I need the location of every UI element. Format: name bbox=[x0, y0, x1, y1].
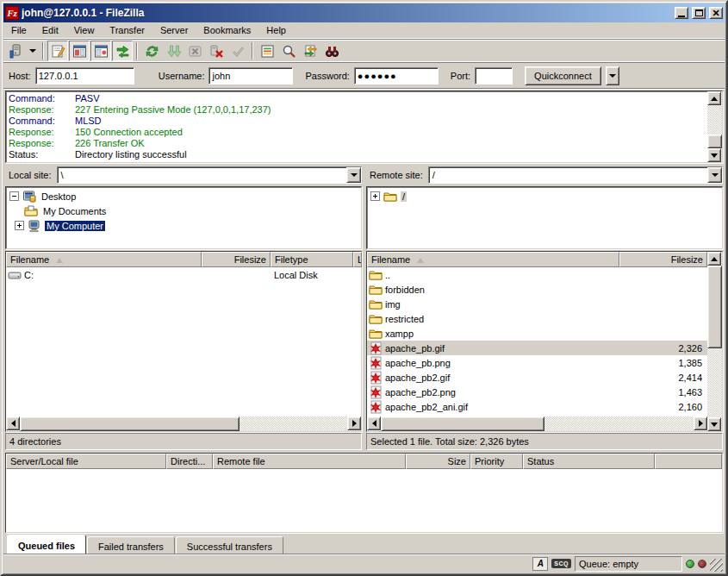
scroll-up-button[interactable] bbox=[707, 252, 721, 266]
toggle-remote-tree-button[interactable] bbox=[90, 41, 111, 61]
scrollbar-track[interactable] bbox=[240, 416, 347, 431]
password-input[interactable] bbox=[354, 67, 439, 85]
column-size[interactable]: Size bbox=[406, 454, 470, 469]
remote-site-path: / bbox=[429, 170, 707, 180]
refresh-button[interactable] bbox=[141, 41, 162, 61]
remote-list-vertical-scrollbar[interactable] bbox=[707, 252, 722, 431]
expand-icon[interactable] bbox=[370, 191, 380, 201]
tree-item-my-computer[interactable]: My Computer bbox=[8, 218, 361, 233]
reconnect-button[interactable] bbox=[227, 41, 248, 61]
scrollbar-thumb[interactable] bbox=[707, 135, 722, 148]
folder-icon bbox=[383, 190, 397, 203]
scrollbar-thumb[interactable] bbox=[20, 416, 240, 431]
menu-bookmarks[interactable]: Bookmarks bbox=[196, 23, 258, 37]
quickconnect-dropdown[interactable] bbox=[606, 66, 619, 85]
column-priority[interactable]: Priority bbox=[470, 454, 523, 469]
tree-item-desktop[interactable]: Desktop bbox=[8, 189, 361, 203]
resize-grip[interactable] bbox=[710, 559, 723, 572]
port-input[interactable] bbox=[475, 67, 513, 85]
menu-edit[interactable]: Edit bbox=[34, 23, 66, 37]
column-filename[interactable]: Filename bbox=[367, 252, 619, 267]
cancel-icon bbox=[188, 44, 202, 59]
menu-help[interactable]: Help bbox=[258, 23, 294, 37]
drive-row[interactable]: C: Local Disk bbox=[6, 267, 361, 282]
scrollbar-track[interactable] bbox=[707, 105, 722, 135]
tab-failed-transfers[interactable]: Failed transfers bbox=[87, 536, 175, 554]
remote-list-horizontal-scrollbar[interactable] bbox=[367, 416, 707, 431]
site-manager-icon bbox=[9, 44, 23, 59]
filter-button[interactable] bbox=[257, 41, 277, 61]
local-site-header: Local site: \ bbox=[5, 166, 362, 185]
maximize-button[interactable] bbox=[692, 7, 706, 19]
tree-item-my-documents[interactable]: My Documents bbox=[8, 203, 361, 218]
menu-server[interactable]: Server bbox=[152, 23, 196, 37]
site-manager-dropdown[interactable] bbox=[27, 41, 39, 61]
scroll-down-button[interactable] bbox=[707, 148, 721, 162]
column-filetype[interactable]: Filetype bbox=[271, 252, 353, 267]
folder-row[interactable]: img bbox=[367, 297, 707, 311]
scroll-up-button[interactable] bbox=[707, 91, 721, 105]
file-row[interactable]: apache_pb.png 1,385 bbox=[367, 355, 707, 370]
host-input[interactable] bbox=[35, 67, 134, 85]
column-server-local-file[interactable]: Server/Local file bbox=[6, 454, 166, 469]
synchronized-browsing-button[interactable] bbox=[300, 41, 320, 61]
column-filesize[interactable]: Filesize bbox=[619, 252, 707, 267]
directory-comparison-button[interactable] bbox=[278, 41, 299, 61]
column-filename[interactable]: Filename bbox=[6, 252, 202, 267]
file-row[interactable]: apache_pb2_ani.gif 2,160 bbox=[367, 399, 707, 414]
remote-site-combo-button[interactable] bbox=[707, 167, 722, 183]
collapse-icon[interactable] bbox=[9, 191, 19, 201]
folder-row[interactable]: xampp bbox=[367, 326, 707, 341]
local-site-combo-button[interactable] bbox=[346, 167, 361, 183]
tree-item-root[interactable]: / bbox=[369, 189, 722, 203]
cancel-operation-button[interactable] bbox=[184, 41, 205, 61]
file-row[interactable]: apache_pb2.gif 2,414 bbox=[367, 370, 707, 385]
site-manager-button[interactable] bbox=[5, 41, 26, 61]
quickconnect-button[interactable]: Quickconnect bbox=[525, 66, 601, 85]
remote-site-pane: Remote site: / / bbox=[366, 166, 723, 249]
column-direction[interactable]: Directi... bbox=[166, 454, 213, 469]
menu-view[interactable]: View bbox=[66, 23, 103, 37]
scroll-right-button[interactable] bbox=[694, 416, 707, 430]
scrollbar-track[interactable] bbox=[707, 348, 722, 417]
log-vertical-scrollbar[interactable] bbox=[707, 91, 722, 162]
folder-row[interactable]: restricted bbox=[367, 311, 707, 326]
username-input[interactable] bbox=[208, 67, 293, 85]
column-remote-file[interactable]: Remote file bbox=[213, 454, 406, 469]
close-button[interactable]: ✕ bbox=[709, 7, 723, 19]
scroll-left-button[interactable] bbox=[367, 416, 381, 430]
column-last-modified[interactable]: L bbox=[353, 252, 362, 267]
tab-successful-transfers[interactable]: Successful transfers bbox=[176, 536, 283, 554]
minimize-button[interactable] bbox=[675, 7, 688, 19]
disconnect-button[interactable] bbox=[206, 41, 227, 61]
menu-transfer[interactable]: Transfer bbox=[102, 23, 152, 37]
scroll-left-button[interactable] bbox=[6, 416, 20, 430]
process-queue-button[interactable] bbox=[163, 41, 184, 61]
queue-body[interactable] bbox=[6, 469, 722, 532]
local-site-combo[interactable]: \ bbox=[57, 166, 362, 184]
expand-icon[interactable] bbox=[15, 221, 24, 230]
toggle-log-view-button[interactable] bbox=[47, 41, 68, 61]
folder-row[interactable]: .. bbox=[367, 267, 707, 282]
local-list-horizontal-scrollbar[interactable] bbox=[6, 416, 361, 431]
tab-queued-files[interactable]: Queued files bbox=[7, 535, 86, 554]
scrollbar-thumb[interactable] bbox=[707, 266, 722, 348]
scrollbar-track[interactable] bbox=[544, 416, 694, 431]
scroll-down-button[interactable] bbox=[707, 417, 721, 431]
title-bar[interactable]: Fz john@127.0.0.1 - FileZilla ✕ bbox=[3, 3, 725, 22]
message-log-body: Command:PASV Response:227 Entering Passi… bbox=[6, 91, 707, 162]
find-files-button[interactable] bbox=[321, 41, 342, 61]
column-status[interactable]: Status bbox=[523, 454, 655, 469]
scrollbar-thumb[interactable] bbox=[381, 416, 544, 431]
file-row-selected[interactable]: apache_pb.gif 2,326 bbox=[367, 341, 707, 355]
folder-row[interactable]: forbidden bbox=[367, 282, 707, 297]
file-row[interactable]: apache_pb2.png 1,463 bbox=[367, 385, 707, 399]
arrow-left-icon bbox=[369, 420, 376, 427]
menu-file[interactable]: File bbox=[3, 23, 34, 37]
toggle-queue-view-button[interactable] bbox=[112, 41, 133, 61]
column-filesize[interactable]: Filesize bbox=[202, 252, 271, 267]
remote-site-combo[interactable]: / bbox=[428, 166, 723, 184]
local-tree-icon bbox=[72, 44, 87, 59]
toggle-local-tree-button[interactable] bbox=[69, 41, 90, 61]
scroll-right-button[interactable] bbox=[347, 416, 361, 430]
